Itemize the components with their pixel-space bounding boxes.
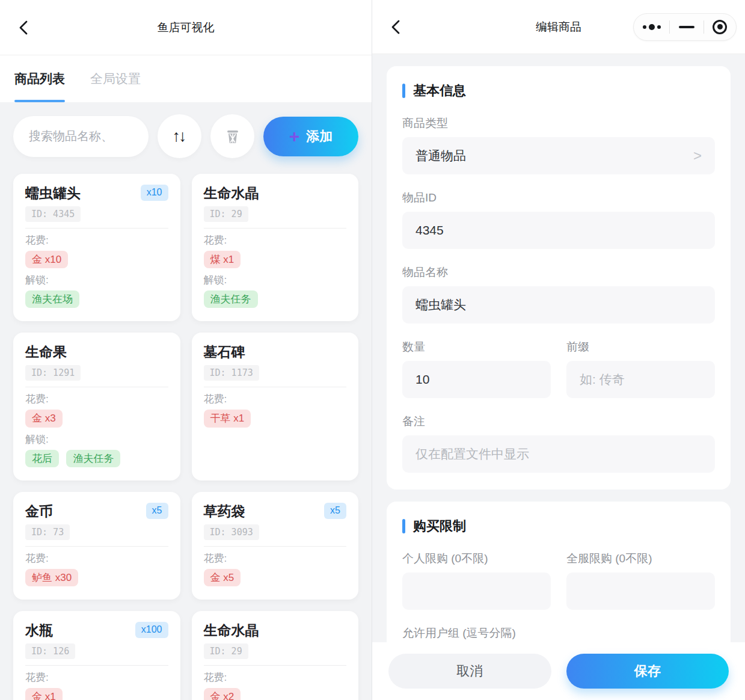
cost-label: 花费:: [25, 233, 168, 247]
chevron-left-icon: [388, 19, 403, 35]
divider: [25, 665, 168, 666]
product-card[interactable]: 生命水晶 ID: 29 花费: 金 x2: [192, 611, 359, 700]
plus-icon: +: [289, 127, 300, 146]
divider: [25, 387, 168, 387]
cost-pill: 煤 x1: [204, 251, 241, 268]
product-card[interactable]: 金币 x5 ID: 73 花费: 鲈鱼 x30: [13, 492, 180, 600]
product-id: ID: 29: [204, 206, 248, 222]
section-title: 购买限制: [413, 517, 466, 535]
back-button[interactable]: [13, 17, 34, 38]
ellipsis-icon: [643, 24, 661, 30]
clear-button[interactable]: [210, 114, 254, 158]
note-field[interactable]: [402, 435, 715, 473]
quantity-field[interactable]: [402, 361, 551, 398]
product-card-grid: 蠕虫罐头 x10 ID: 4345 花费: 金 x10 解锁: 渔夫在场 生命水…: [13, 174, 358, 700]
cancel-button[interactable]: 取消: [388, 654, 551, 689]
basic-info-card: 基本信息 商品类型 普通物品 > 物品ID 物品名称 数量 前缀: [387, 66, 731, 490]
quantity-badge: x5: [146, 503, 168, 519]
server-limit-field[interactable]: [566, 573, 715, 610]
unlock-label: 解锁:: [25, 273, 168, 287]
shop-list-header: 鱼店可视化: [0, 0, 372, 55]
item-id-label: 物品ID: [402, 190, 715, 206]
edit-form: 基本信息 商品类型 普通物品 > 物品ID 物品名称 数量 前缀: [372, 54, 745, 700]
cost-pill: 金 x5: [204, 569, 241, 586]
toolbar: ↑↓ + 添加: [13, 114, 358, 158]
divider: [204, 228, 347, 229]
product-id: ID: 4345: [25, 206, 81, 222]
divider: [669, 20, 670, 34]
unlock-label: 解锁:: [25, 432, 168, 446]
divider: [204, 665, 347, 666]
window-capsule: [633, 13, 737, 41]
cost-label: 花费:: [204, 671, 347, 684]
item-name-label: 物品名称: [402, 265, 715, 280]
unlock-pill: 渔夫在场: [25, 290, 79, 308]
section-accent-bar: [402, 84, 405, 98]
personal-limit-label: 个人限购 (0不限): [402, 551, 551, 566]
more-options-button[interactable]: [639, 14, 664, 40]
chevron-left-icon: [16, 19, 31, 36]
product-name: 草药袋: [204, 503, 245, 521]
cost-label: 花费:: [25, 671, 168, 684]
add-button[interactable]: + 添加: [263, 117, 358, 156]
personal-limit-field[interactable]: [402, 573, 551, 610]
add-button-label: 添加: [306, 127, 333, 146]
product-name: 墓石碑: [204, 343, 245, 361]
product-id: ID: 29: [204, 643, 248, 659]
divider: [25, 546, 168, 547]
sort-button[interactable]: ↑↓: [158, 114, 201, 158]
prefix-field[interactable]: [566, 361, 715, 398]
product-name: 生命水晶: [204, 185, 259, 203]
product-name: 生命水晶: [204, 622, 259, 640]
item-id-field[interactable]: [402, 212, 715, 249]
product-card[interactable]: 生命水晶 ID: 29 花费: 煤 x1 解锁: 渔夫任务: [192, 174, 359, 321]
product-card[interactable]: 墓石碑 ID: 1173 花费: 干草 x1: [192, 333, 359, 480]
chevron-right-icon: >: [693, 147, 702, 164]
type-label: 商品类型: [402, 115, 715, 131]
shop-list-panel: 鱼店可视化 商品列表 全局设置 ↑↓ + 添加: [0, 0, 372, 700]
unlock-label: 解锁:: [204, 273, 347, 287]
save-button[interactable]: 保存: [566, 654, 729, 689]
section-accent-bar: [402, 519, 405, 533]
product-id: ID: 1173: [204, 365, 259, 381]
minimize-button[interactable]: [675, 14, 698, 40]
page-title: 鱼店可视化: [158, 20, 215, 35]
unlock-pill: 渔夫任务: [66, 450, 120, 467]
quantity-badge: x100: [135, 622, 168, 638]
unlock-pill: 花后: [25, 450, 59, 467]
type-value: 普通物品: [415, 147, 466, 164]
product-name: 金币: [25, 503, 53, 521]
product-id: ID: 1291: [25, 365, 81, 381]
divider: [204, 546, 347, 547]
search-input[interactable]: [13, 116, 149, 157]
item-name-field[interactable]: [402, 286, 715, 324]
product-list-content: ↑↓ + 添加 蠕虫罐头 x10 ID: 4345: [0, 102, 372, 700]
product-id: ID: 126: [25, 643, 75, 659]
product-name: 水瓶: [25, 622, 53, 640]
cost-pill: 金 x3: [25, 410, 63, 427]
cost-label: 花费:: [25, 551, 168, 565]
product-card[interactable]: 生命果 ID: 1291 花费: 金 x3 解锁: 花后 渔夫任务: [13, 333, 180, 480]
cost-label: 花费:: [204, 233, 347, 247]
cost-label: 花费:: [204, 392, 347, 406]
back-button[interactable]: [385, 17, 406, 37]
quantity-label: 数量: [402, 339, 551, 355]
close-button[interactable]: [709, 14, 731, 40]
divider: [704, 20, 704, 34]
product-card[interactable]: 蠕虫罐头 x10 ID: 4345 花费: 金 x10 解锁: 渔夫在场: [13, 174, 180, 321]
product-name: 蠕虫罐头: [25, 185, 81, 203]
note-label: 备注: [402, 414, 715, 429]
tab-product-list[interactable]: 商品列表: [14, 55, 65, 102]
footer-action-bar: 取消 保存: [372, 642, 745, 700]
type-select[interactable]: 普通物品 >: [402, 137, 715, 174]
minus-icon: [679, 26, 694, 28]
prefix-label: 前缀: [566, 339, 715, 355]
product-id: ID: 3093: [204, 524, 259, 540]
product-card[interactable]: 草药袋 x5 ID: 3093 花费: 金 x5: [192, 492, 359, 600]
edit-product-header: 编辑商品: [372, 0, 745, 54]
cost-label: 花费:: [25, 392, 168, 406]
tab-global-settings[interactable]: 全局设置: [90, 55, 141, 102]
product-card[interactable]: 水瓶 x100 ID: 126 花费: 金 x1: [13, 611, 180, 700]
divider: [204, 387, 347, 387]
cost-pill: 干草 x1: [204, 410, 251, 427]
